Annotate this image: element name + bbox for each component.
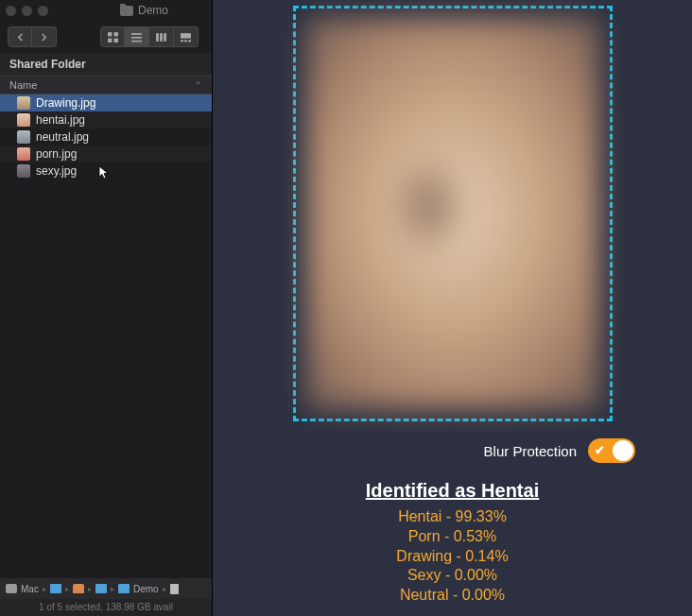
svg-rect-10	[181, 33, 191, 38]
file-row[interactable]: Drawing.jpg	[0, 94, 212, 111]
svg-rect-6	[131, 40, 142, 42]
sort-arrow-icon: ⌃	[195, 80, 202, 90]
maximize-window-icon[interactable]	[38, 6, 48, 16]
section-title: Shared Folder	[0, 53, 212, 76]
svg-rect-4	[131, 33, 142, 35]
file-name: hentai.jpg	[36, 113, 85, 127]
file-name: neutral.jpg	[36, 130, 89, 144]
file-row[interactable]: sexy.jpg	[0, 163, 212, 180]
path-segment[interactable]: Demo	[133, 584, 159, 594]
view-list-button[interactable]	[125, 26, 149, 47]
svg-rect-12	[184, 40, 187, 42]
result-row: Porn - 0.53%	[396, 527, 508, 547]
result-label: Hentai	[398, 508, 441, 524]
view-columns-button[interactable]	[149, 26, 174, 47]
folder-icon[interactable]	[118, 584, 130, 593]
minimize-window-icon[interactable]	[22, 6, 32, 16]
result-pct: 99.33%	[456, 508, 507, 524]
disk-icon	[6, 584, 17, 593]
file-row[interactable]: porn.jpg	[0, 145, 212, 163]
forward-button[interactable]	[32, 26, 57, 47]
svg-rect-9	[164, 33, 166, 42]
result-row: Hentai - 99.33%	[396, 507, 508, 527]
blur-protection-label: Blur Protection	[484, 443, 577, 459]
result-label: Sexy	[407, 567, 441, 583]
status-bar: 1 of 5 selected, 138.98 GB avail	[0, 599, 212, 616]
result-row: Sexy - 0.00%	[396, 566, 508, 586]
check-icon: ✔	[595, 443, 605, 457]
image-dropzone[interactable]	[293, 6, 613, 421]
blur-protection-row: Blur Protection ✔	[484, 438, 635, 463]
back-button[interactable]	[8, 26, 32, 47]
preview-image-blurred	[306, 18, 599, 409]
nav-button-group	[8, 26, 57, 47]
chevron-right-icon: ▸	[163, 585, 166, 593]
result-label: Neutral	[400, 587, 449, 603]
result-pct: 0.00%	[455, 567, 497, 583]
result-pct: 0.53%	[454, 528, 496, 544]
column-header-row[interactable]: Name ⌃	[0, 76, 212, 94]
toggle-knob	[613, 440, 633, 461]
svg-rect-5	[131, 36, 142, 38]
chevron-right-icon: ▸	[65, 585, 69, 593]
svg-rect-0	[108, 32, 112, 36]
file-list: Drawing.jpg hentai.jpg neutral.jpg porn.…	[0, 94, 212, 578]
file-thumbnail-icon	[17, 113, 30, 127]
svg-rect-13	[188, 40, 191, 42]
file-name: sexy.jpg	[36, 164, 77, 178]
chevron-right-icon: ▸	[43, 585, 46, 593]
finder-toolbar	[0, 21, 212, 53]
folder-icon[interactable]	[50, 584, 61, 593]
file-thumbnail-icon	[17, 130, 30, 144]
file-browser-sidebar: Demo Shared Folder	[0, 0, 213, 616]
close-window-icon[interactable]	[6, 6, 16, 16]
view-gallery-button[interactable]	[174, 26, 199, 47]
blur-protection-toggle[interactable]: ✔	[588, 438, 635, 463]
svg-rect-7	[156, 33, 159, 42]
file-row[interactable]: neutral.jpg	[0, 128, 212, 145]
svg-rect-1	[113, 32, 117, 36]
svg-rect-2	[108, 38, 112, 42]
folder-icon[interactable]	[95, 584, 107, 593]
result-row: Drawing - 0.14%	[396, 547, 508, 567]
classification-results: Hentai - 99.33% Porn - 0.53% Drawing - 0…	[396, 507, 508, 606]
home-icon[interactable]	[73, 584, 84, 593]
folder-name: Demo	[138, 4, 168, 17]
chevron-right-icon: ▸	[88, 585, 92, 593]
result-label: Drawing	[396, 548, 452, 564]
result-label: Porn	[408, 528, 441, 544]
svg-rect-11	[181, 40, 183, 42]
main-panel: Blur Protection ✔ Identified as Hentai H…	[213, 0, 692, 616]
result-pct: 0.00%	[462, 587, 505, 603]
file-thumbnail-icon	[17, 164, 30, 178]
path-segment[interactable]: Mac	[21, 584, 39, 594]
file-thumbnail-icon	[17, 96, 30, 110]
file-name: porn.jpg	[36, 147, 77, 161]
window-folder-title: Demo	[120, 4, 168, 17]
column-name-label: Name	[9, 79, 37, 91]
window-titlebar: Demo	[0, 0, 212, 21]
file-row[interactable]: hentai.jpg	[0, 111, 212, 128]
view-mode-segment	[100, 26, 199, 47]
view-grid-button[interactable]	[100, 26, 125, 47]
chevron-right-icon: ▸	[111, 585, 114, 593]
file-thumbnail-icon	[17, 147, 30, 161]
folder-icon	[120, 6, 133, 16]
svg-rect-3	[113, 38, 117, 42]
document-icon[interactable]	[170, 584, 179, 594]
classification-title: Identified as Hentai	[366, 480, 539, 502]
result-pct: 0.14%	[465, 548, 508, 564]
path-bar[interactable]: Mac ▸ ▸ ▸ ▸ Demo ▸	[0, 578, 212, 599]
file-name: Drawing.jpg	[36, 96, 95, 110]
svg-rect-8	[160, 33, 163, 42]
result-row: Neutral - 0.00%	[396, 586, 508, 606]
